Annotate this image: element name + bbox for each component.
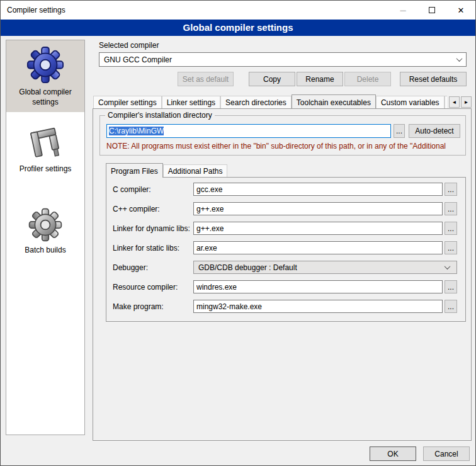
form-row: C compiler: ... [106, 183, 465, 196]
form-row: Linker for static libs: ... [106, 241, 465, 255]
installation-directory-input[interactable]: C:\raylib\MinGW [106, 124, 391, 138]
caption-buttons: ─ ✕ [388, 1, 475, 20]
titlebar: Compiler settings ─ ✕ [1, 1, 475, 20]
c-compiler-browse-button[interactable]: ... [445, 183, 457, 196]
close-icon: ✕ [458, 6, 465, 15]
minimize-button[interactable]: ─ [388, 1, 417, 20]
copy-button[interactable]: Copy [249, 72, 295, 86]
installation-directory-value: C:\raylib\MinGW [109, 127, 164, 135]
arrow-left-icon: ◄ [452, 99, 457, 105]
c-compiler-label: C compiler: [113, 185, 151, 194]
tab-build-options[interactable]: Build [445, 96, 447, 108]
linker-dynamic-input[interactable] [193, 222, 443, 235]
tabs-viewport: Compiler settings Linker settings Search… [93, 94, 447, 108]
linker-static-browse-button[interactable]: ... [445, 241, 457, 254]
settings-category-sidebar: Global compiler settings Profiler settin… [6, 40, 85, 435]
note-text: NOTE: All programs must exist either in … [106, 142, 462, 151]
clamp-gray-icon [28, 126, 63, 161]
rename-button[interactable]: Rename [297, 72, 343, 86]
cpp-compiler-browse-button[interactable]: ... [445, 202, 457, 215]
cpp-compiler-label: C++ compiler: [113, 205, 160, 213]
settings-tabstrip: Compiler settings Linker settings Search… [93, 94, 472, 108]
close-button[interactable]: ✕ [446, 1, 475, 20]
set-as-default-button[interactable]: Set as default [178, 72, 234, 86]
maximize-icon [429, 7, 435, 13]
sidebar-item-label: Batch builds [9, 246, 82, 256]
tab-linker-settings[interactable]: Linker settings [162, 96, 220, 108]
compiler-settings-dialog: Compiler settings ─ ✕ Global compiler se… [0, 0, 476, 466]
subtab-program-files[interactable]: Program Files [106, 163, 163, 178]
sidebar-item-global-compiler-settings[interactable]: Global compiler settings [6, 40, 84, 112]
tab-scroll-right-button[interactable]: ► [461, 96, 472, 108]
compiler-select-value: GNU GCC Compiler [104, 55, 172, 64]
chevron-down-icon [445, 263, 451, 270]
gear-gray-icon [28, 207, 63, 242]
selected-compiler-label: Selected compiler [99, 41, 159, 50]
make-program-input[interactable] [193, 300, 443, 313]
form-row: Debugger: GDB/CDB debugger : Default [106, 261, 465, 275]
gear-blue-icon [26, 45, 65, 84]
form-row: Make program: ... [106, 300, 465, 314]
linker-dynamic-browse-button[interactable]: ... [445, 222, 457, 235]
page-title: Global compiler settings [1, 20, 475, 36]
resource-compiler-label: Resource compiler: [113, 283, 178, 292]
sidebar-item-profiler-settings[interactable]: Profiler settings [6, 121, 84, 179]
tab-scroll-left-button[interactable]: ◄ [449, 96, 460, 108]
debugger-select[interactable]: GDB/CDB debugger : Default [193, 261, 457, 274]
ok-button[interactable]: OK [370, 446, 416, 461]
cpp-compiler-input[interactable] [193, 202, 443, 215]
installation-directory-label: Compiler's installation directory [105, 111, 215, 120]
make-program-browse-button[interactable]: ... [445, 300, 457, 313]
debugger-select-value: GDB/CDB debugger : Default [198, 263, 297, 272]
make-program-label: Make program: [113, 302, 164, 311]
subtab-additional-paths[interactable]: Additional Paths [163, 164, 228, 177]
form-row: Resource compiler: ... [106, 280, 465, 294]
program-files-panel: C compiler: ... C++ compiler: ... Linker… [106, 177, 466, 322]
compiler-select[interactable]: GNU GCC Compiler [99, 52, 467, 67]
linker-static-label: Linker for static libs: [113, 244, 179, 253]
form-row: Linker for dynamic libs: ... [106, 222, 465, 236]
resource-compiler-input[interactable] [193, 280, 443, 293]
sidebar-item-label: Profiler settings [9, 164, 82, 174]
installation-directory-groupbox: Compiler's installation directory C:\ray… [99, 115, 466, 156]
sidebar-item-label: Global compiler settings [9, 88, 82, 107]
c-compiler-input[interactable] [193, 183, 443, 196]
resource-compiler-browse-button[interactable]: ... [445, 280, 457, 293]
arrow-right-icon: ► [464, 99, 469, 105]
tab-toolchain-executables[interactable]: Toolchain executables [292, 94, 376, 108]
tab-search-directories[interactable]: Search directories [220, 96, 292, 108]
delete-button[interactable]: Delete [344, 72, 391, 86]
toolchain-executables-panel: Compiler's installation directory C:\ray… [93, 108, 472, 441]
minimize-icon: ─ [400, 6, 405, 15]
window-title: Compiler settings [1, 6, 65, 14]
installation-directory-browse-button[interactable]: ... [394, 124, 405, 138]
chevron-down-icon [456, 55, 463, 62]
linker-dynamic-label: Linker for dynamic libs: [113, 224, 190, 233]
linker-static-input[interactable] [193, 241, 443, 254]
tab-compiler-settings[interactable]: Compiler settings [93, 96, 162, 108]
auto-detect-button[interactable]: Auto-detect [409, 124, 460, 138]
program-files-tabstrip: Program Files Additional Paths [106, 163, 227, 177]
sidebar-item-batch-builds[interactable]: Batch builds [6, 202, 84, 261]
tab-custom-variables[interactable]: Custom variables [376, 96, 445, 108]
reset-defaults-button[interactable]: Reset defaults [400, 72, 467, 86]
maximize-button[interactable] [417, 1, 446, 20]
form-row: C++ compiler: ... [106, 202, 465, 216]
cancel-button[interactable]: Cancel [423, 446, 470, 461]
tab-scroll-buttons: ◄ ► [449, 96, 472, 108]
debugger-label: Debugger: [113, 263, 148, 272]
